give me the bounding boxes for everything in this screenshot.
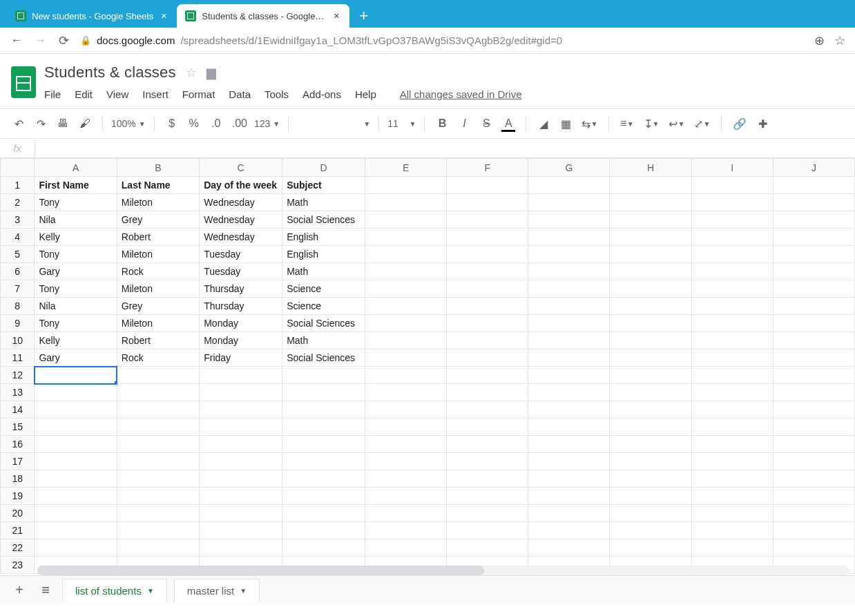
cell[interactable]: [610, 401, 691, 418]
cell[interactable]: [35, 539, 117, 557]
cell[interactable]: [528, 177, 610, 194]
cell[interactable]: [35, 367, 117, 384]
fill-color-button[interactable]: ◢: [535, 114, 553, 133]
column-header[interactable]: C: [200, 159, 282, 177]
cell[interactable]: [117, 418, 199, 436]
star-doc-icon[interactable]: ☆: [186, 65, 197, 80]
cell[interactable]: [528, 522, 610, 539]
close-icon[interactable]: ×: [332, 11, 341, 21]
cell[interactable]: [610, 505, 691, 522]
close-icon[interactable]: ×: [159, 11, 169, 21]
all-sheets-button[interactable]: ≡: [36, 581, 55, 600]
cell[interactable]: [282, 522, 365, 539]
cell[interactable]: [447, 263, 528, 280]
cell[interactable]: First Name: [35, 177, 117, 194]
cell[interactable]: [691, 177, 773, 194]
cell[interactable]: [365, 229, 447, 246]
row-header[interactable]: 10: [1, 332, 35, 349]
new-tab-button[interactable]: +: [349, 4, 378, 28]
cell[interactable]: [773, 470, 854, 488]
menu-file[interactable]: File: [44, 88, 61, 100]
cell[interactable]: Tony: [35, 194, 117, 211]
cell[interactable]: [447, 298, 528, 315]
cell[interactable]: Thursday: [200, 298, 282, 315]
cell[interactable]: [447, 211, 528, 229]
sheet-tab[interactable]: master list ▼: [174, 579, 260, 602]
cell[interactable]: [691, 211, 773, 229]
browser-tab-active[interactable]: Students & classes - Google She… ×: [177, 4, 349, 28]
column-header[interactable]: J: [773, 159, 854, 177]
cell[interactable]: [200, 384, 282, 401]
row-header[interactable]: 22: [1, 539, 35, 557]
cell[interactable]: [447, 349, 528, 367]
merge-cells-button[interactable]: ⇆ ▼: [579, 114, 600, 133]
row-header[interactable]: 20: [1, 505, 35, 522]
cell[interactable]: Friday: [200, 349, 282, 367]
row-header[interactable]: 21: [1, 522, 35, 539]
font-size-dropdown[interactable]: 11 ▼: [387, 118, 416, 129]
cell[interactable]: [691, 436, 773, 453]
cell[interactable]: Wednesday: [200, 194, 282, 211]
cell[interactable]: [610, 488, 691, 505]
cell[interactable]: [691, 349, 773, 367]
cell[interactable]: [447, 453, 528, 470]
row-header[interactable]: 23: [1, 557, 35, 574]
back-button[interactable]: ←: [10, 33, 23, 48]
cell[interactable]: [447, 194, 528, 211]
cell[interactable]: Math: [282, 194, 365, 211]
cell[interactable]: Nila: [35, 298, 117, 315]
cell[interactable]: [117, 384, 199, 401]
cell[interactable]: [528, 211, 610, 229]
cell[interactable]: [610, 453, 691, 470]
row-header[interactable]: 16: [1, 436, 35, 453]
cell[interactable]: [117, 488, 199, 505]
cell[interactable]: [365, 280, 447, 298]
chevron-down-icon[interactable]: ▼: [147, 587, 154, 595]
cell[interactable]: [691, 246, 773, 263]
cell[interactable]: [528, 315, 610, 332]
row-header[interactable]: 13: [1, 384, 35, 401]
cell[interactable]: [610, 229, 691, 246]
column-header[interactable]: D: [282, 159, 365, 177]
cell[interactable]: Kelly: [35, 332, 117, 349]
cell[interactable]: [773, 418, 854, 436]
cell[interactable]: [447, 315, 528, 332]
cell[interactable]: [35, 453, 117, 470]
horizontal-scrollbar[interactable]: [37, 566, 849, 575]
cell[interactable]: [773, 315, 854, 332]
cell[interactable]: [610, 177, 691, 194]
cell[interactable]: [365, 194, 447, 211]
cell[interactable]: [200, 488, 282, 505]
cell[interactable]: [610, 280, 691, 298]
cell[interactable]: [282, 401, 365, 418]
cell[interactable]: [117, 470, 199, 488]
formula-input[interactable]: [35, 139, 855, 157]
cell[interactable]: [773, 177, 854, 194]
cell[interactable]: [610, 367, 691, 384]
cell[interactable]: [691, 470, 773, 488]
cell[interactable]: [610, 418, 691, 436]
cell[interactable]: [773, 280, 854, 298]
cell[interactable]: [773, 211, 854, 229]
cell[interactable]: [773, 298, 854, 315]
selection-handle[interactable]: [115, 381, 117, 384]
cell[interactable]: [365, 211, 447, 229]
cell[interactable]: [528, 505, 610, 522]
cell[interactable]: Rock: [117, 263, 199, 280]
cell[interactable]: [528, 229, 610, 246]
cell[interactable]: [610, 522, 691, 539]
cell[interactable]: [447, 436, 528, 453]
cell[interactable]: Math: [282, 332, 365, 349]
cell[interactable]: [282, 505, 365, 522]
column-header[interactable]: H: [610, 159, 691, 177]
cell[interactable]: [447, 522, 528, 539]
cell[interactable]: Gary: [35, 349, 117, 367]
cell[interactable]: [773, 436, 854, 453]
cell[interactable]: [773, 539, 854, 557]
cell[interactable]: Social Sciences: [282, 211, 365, 229]
cell[interactable]: Mileton: [117, 194, 199, 211]
cell[interactable]: Mileton: [117, 246, 199, 263]
cell[interactable]: [35, 522, 117, 539]
cell[interactable]: [610, 315, 691, 332]
cell[interactable]: English: [282, 229, 365, 246]
